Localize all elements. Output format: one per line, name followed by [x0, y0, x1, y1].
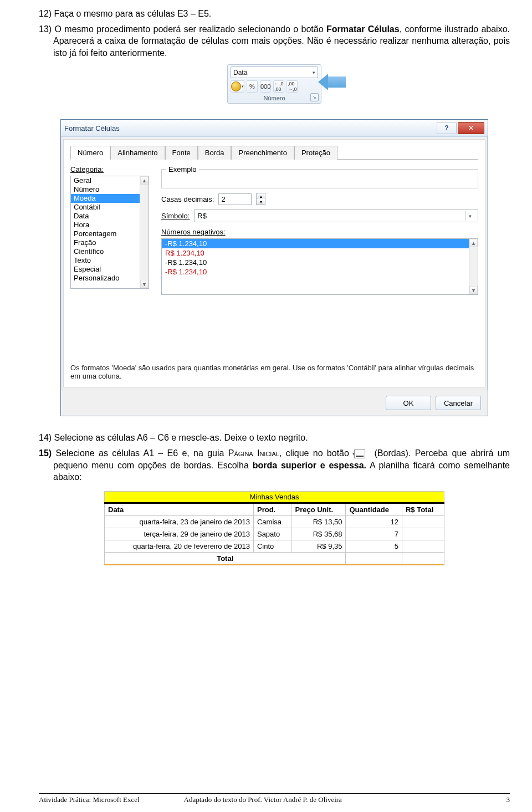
step-13-text-a: 13) O mesmo procedimento poderá ser real…: [39, 24, 326, 34]
dialog-launcher-icon[interactable]: ↘: [310, 93, 319, 101]
dialog-titlebar: Formatar Células ? ✕: [61, 120, 488, 137]
scroll-up-icon[interactable]: ▲: [469, 239, 478, 247]
scroll-down-icon[interactable]: ▼: [140, 280, 149, 288]
col-prod: Prod.: [253, 503, 291, 515]
cell: Cinto: [253, 540, 291, 552]
list-item[interactable]: Número: [71, 185, 149, 194]
cell: [402, 528, 444, 540]
number-format-combo[interactable]: Data ▾: [231, 67, 318, 78]
footer-mid: Adaptado do texto do Prof. Victor André …: [140, 795, 507, 804]
tab-alinhamento[interactable]: Alinhamento: [110, 146, 165, 160]
col-total: R$ Total: [402, 503, 444, 515]
negatives-listbox[interactable]: -R$ 1.234,10 R$ 1.234,10 -R$ 1.234,10 -R…: [161, 238, 478, 295]
thousands-icon: 000: [260, 83, 270, 90]
example-label: Exemplo: [166, 165, 199, 173]
close-button[interactable]: ✕: [458, 122, 484, 134]
decrease-decimal-button[interactable]: ,00→,0: [287, 80, 298, 93]
spreadsheet-preview: Minhas Vendas Data Prod. Preço Unit. Qua…: [104, 491, 444, 565]
list-item[interactable]: -R$ 1.234,10: [162, 239, 478, 248]
list-item[interactable]: -R$ 1.234,10: [162, 267, 478, 277]
tab-numero[interactable]: Número: [70, 146, 110, 160]
footer-left: Atividade Prática: Microsoft Excel: [39, 795, 140, 804]
list-item[interactable]: Personalizado: [71, 274, 149, 283]
scrollbar[interactable]: ▲ ▼: [140, 176, 149, 288]
cell: 12: [346, 515, 402, 528]
cell: Sapato: [253, 528, 291, 540]
tab-fonte[interactable]: Fonte: [165, 146, 198, 160]
symbol-value: R$: [197, 212, 207, 220]
scrollbar[interactable]: ▲ ▼: [469, 239, 478, 294]
cell: 5: [346, 540, 402, 552]
chevron-down-icon: ▾: [313, 70, 315, 75]
list-item[interactable]: Hora: [71, 221, 149, 229]
list-item[interactable]: -R$ 1.234,10: [162, 258, 478, 267]
list-item[interactable]: Data: [71, 212, 149, 221]
help-button[interactable]: ?: [437, 122, 457, 134]
chevron-down-icon: ▾: [242, 84, 244, 89]
negatives-label: Números negativos:: [161, 228, 226, 236]
cell: [402, 552, 444, 565]
list-item[interactable]: Porcentagem: [71, 229, 149, 238]
step-14: 14) Selecione as células A6 – C6 e mescl…: [39, 432, 510, 444]
percent-button[interactable]: %: [247, 80, 258, 93]
thousands-button[interactable]: 000: [260, 80, 271, 93]
tab-preenchimento[interactable]: Preenchimento: [231, 146, 294, 160]
col-qtd: Quantidade: [346, 503, 402, 515]
list-item[interactable]: Científico: [71, 247, 149, 256]
step-15-guia: Página Inicial: [228, 448, 279, 458]
step-15-bold: borda superior e espessa.: [253, 461, 366, 470]
spin-down-icon[interactable]: ▼: [257, 199, 265, 205]
cell: terça-feira, 29 de janeiro de 2013: [105, 528, 254, 540]
category-label: Categoria:: [70, 165, 154, 173]
spin-up-icon[interactable]: ▲: [257, 193, 265, 199]
accounting-format-button[interactable]: ▾: [231, 80, 244, 93]
list-item[interactable]: Moeda: [71, 194, 149, 203]
borders-icon: [354, 450, 365, 458]
list-item[interactable]: Especial: [71, 265, 149, 274]
dialog-title: Formatar Células: [64, 124, 120, 132]
step-15: 15) Selecione as células A1 – E6 e, na g…: [39, 447, 510, 483]
cell: R$ 13,50: [291, 515, 346, 528]
col-data: Data: [105, 503, 254, 515]
category-listbox[interactable]: Geral Número Moeda Contábil Data Hora Po…: [70, 176, 149, 289]
step-13: 13) O mesmo procedimento poderá ser real…: [39, 23, 510, 59]
dialog-tabs: Número Alinhamento Fonte Borda Preenchim…: [70, 145, 478, 160]
table-row: terça-feira, 29 de janeiro de 2013 Sapat…: [105, 528, 444, 540]
close-icon: ✕: [468, 124, 474, 132]
step-15-prefix: 15): [39, 448, 52, 458]
table-header-row: Data Prod. Preço Unit. Quantidade R$ Tot…: [105, 503, 444, 515]
coin-icon: [231, 81, 241, 91]
list-item[interactable]: Geral: [71, 176, 149, 185]
chevron-down-icon: ▾: [465, 211, 475, 221]
cancel-button[interactable]: Cancelar: [436, 396, 481, 410]
ok-button[interactable]: OK: [386, 396, 431, 410]
increase-decimal-button[interactable]: ←,0,00: [273, 80, 284, 93]
step-15-b: , clique no botão: [279, 448, 353, 458]
step-12: 12) Faça o mesmo para as células E3 – E5…: [39, 8, 510, 20]
cell: quarta-feira, 23 de janeiro de 2013: [105, 515, 254, 528]
step-15-a: Selecione as células A1 – E6 e, na guia: [55, 448, 228, 458]
table-row: quarta-feira, 23 de janeiro de 2013 Cami…: [105, 515, 444, 528]
dialog-hint: Os formatos 'Moeda' são usados para quan…: [70, 364, 478, 380]
decimals-input[interactable]: 2: [218, 193, 252, 205]
decimals-spinner[interactable]: ▲ ▼: [256, 193, 265, 205]
list-item[interactable]: R$ 1.234,10: [162, 248, 478, 258]
format-cells-dialog: Formatar Células ? ✕ Número Alinhamento …: [60, 119, 488, 416]
symbol-label: Símbolo:: [161, 212, 190, 220]
tab-protecao[interactable]: Proteção: [294, 146, 337, 160]
scroll-up-icon[interactable]: ▲: [140, 176, 149, 185]
list-item[interactable]: Fração: [71, 238, 149, 247]
cell: R$ 9,35: [291, 540, 346, 552]
sheet-title: Minhas Vendas: [104, 491, 444, 502]
table-row: quarta-feira, 20 de fevereiro de 2013 Ci…: [105, 540, 444, 552]
list-item[interactable]: Contábil: [71, 203, 149, 212]
page-footer: Atividade Prática: Microsoft Excel Adapt…: [0, 793, 532, 804]
footer-page-number: 3: [507, 795, 510, 804]
cell: [402, 515, 444, 528]
list-item[interactable]: Texto: [71, 256, 149, 265]
total-label: Total: [105, 552, 346, 565]
tab-borda[interactable]: Borda: [198, 146, 232, 160]
scroll-down-icon[interactable]: ▼: [469, 286, 478, 294]
symbol-combo[interactable]: R$ ▾: [194, 210, 478, 222]
col-preco: Preço Unit.: [291, 503, 346, 515]
